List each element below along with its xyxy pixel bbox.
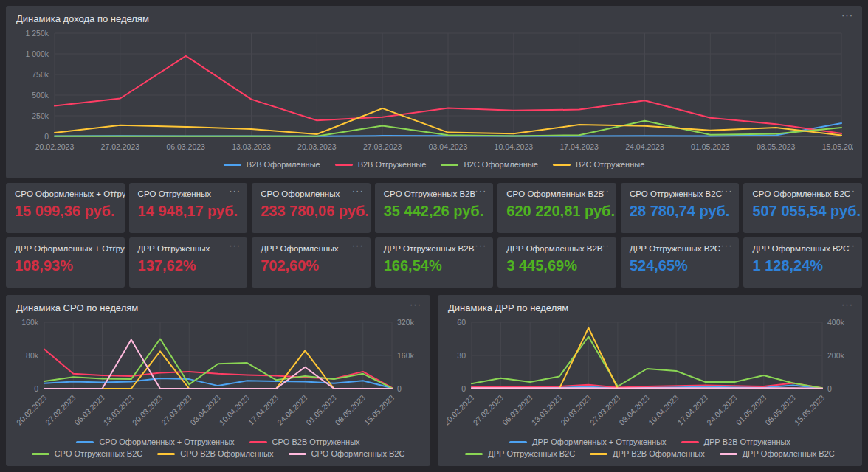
x-axis-tick-label: 20.03.2023 bbox=[297, 142, 337, 151]
y-axis-tick-label: 160k bbox=[21, 318, 39, 327]
legend-label: B2C Оформленные bbox=[464, 160, 538, 169]
y-axis-tick-label: 750k bbox=[32, 70, 49, 79]
kpi-card: CPO Отгруженных B2B···35 442,26 руб. bbox=[375, 183, 494, 233]
more-menu-icon[interactable]: ··· bbox=[841, 12, 853, 19]
legend-swatch-icon bbox=[289, 453, 306, 455]
legend-item[interactable]: CPO B2B Оформленных bbox=[157, 449, 273, 458]
y-axis-tick-label: 1 250k bbox=[25, 29, 49, 38]
revenue-chart-legend: B2B ОформленныеB2B ОтгруженныеB2C Оформл… bbox=[15, 159, 853, 170]
card-value: 28 780,74 руб. bbox=[630, 203, 732, 220]
legend-item[interactable]: ДРР Оформленных + Отгруженных bbox=[509, 437, 666, 446]
legend-item[interactable]: B2C Отгруженные bbox=[553, 160, 644, 169]
more-menu-icon[interactable]: ··· bbox=[844, 187, 855, 195]
card-value: 137,62% bbox=[138, 257, 241, 274]
more-menu-icon[interactable]: ··· bbox=[720, 187, 732, 195]
legend-swatch-icon bbox=[335, 164, 353, 166]
x-axis-tick-label: 03.04.2023 bbox=[617, 393, 651, 427]
cpo-chart-canvas[interactable]: 160k320k80k160k0020.02.202327.02.202306.… bbox=[15, 316, 421, 434]
legend-label: CPO Отгруженных B2C bbox=[55, 449, 143, 458]
x-axis-tick-label: 17.04.2023 bbox=[247, 393, 280, 427]
x-axis-tick-label: 13.03.2023 bbox=[232, 142, 271, 151]
more-menu-icon[interactable]: ··· bbox=[720, 242, 732, 249]
legend-item[interactable]: B2C Оформленные bbox=[441, 160, 538, 169]
legend-label: CPO B2B Оформленных bbox=[180, 449, 273, 458]
x-axis-tick-label: 03.04.2023 bbox=[188, 393, 222, 427]
y-axis-right-tick-label: 160k bbox=[397, 351, 415, 360]
more-menu-icon[interactable]: ··· bbox=[598, 242, 610, 249]
kpi-card: ДРР Отгруженных···137,62% bbox=[129, 237, 248, 288]
card-value: 507 055,54 руб. bbox=[752, 203, 855, 220]
legend-swatch-icon bbox=[590, 453, 607, 455]
card-value: 15 099,36 руб. bbox=[15, 203, 117, 220]
card-title: CPO Отгруженных B2C bbox=[630, 190, 722, 199]
panel-cpo-chart: Динамика CPO по неделям ··· 160k320k80k1… bbox=[6, 295, 430, 466]
drr-chart-legend: ДРР Оформленных + ОтгруженныхДРР B2B Отг… bbox=[447, 436, 853, 459]
x-axis-tick-label: 06.03.2023 bbox=[72, 393, 106, 427]
x-axis-tick-label: 27.03.2023 bbox=[159, 393, 193, 427]
legend-item[interactable]: CPO Оформленных B2C bbox=[289, 449, 405, 458]
more-menu-icon[interactable]: ··· bbox=[475, 242, 486, 249]
legend-item[interactable]: CPO B2B Отгруженных bbox=[249, 437, 360, 446]
card-value: 1 128,24% bbox=[752, 257, 855, 274]
more-menu-icon[interactable]: ··· bbox=[106, 187, 118, 195]
legend-swatch-icon bbox=[509, 441, 527, 443]
y-axis-tick-label: 60 bbox=[457, 318, 466, 327]
legend-swatch-icon bbox=[32, 453, 49, 455]
legend-item[interactable]: CPO Отгруженных B2C bbox=[32, 449, 143, 458]
y-axis-tick-label: 80k bbox=[26, 351, 39, 360]
legend-item[interactable]: CPO Оформленных + Отгруженных bbox=[76, 437, 234, 446]
legend-item[interactable]: B2B Отгруженные bbox=[335, 160, 427, 169]
legend-swatch-icon bbox=[76, 441, 94, 443]
kpi-card: ДРР Оформленных B2C···1 128,24% bbox=[743, 237, 862, 288]
kpi-card: ДРР Отгруженных B2B···166,54% bbox=[375, 237, 494, 288]
kpi-card: CPO Отгруженных···14 948,17 руб. bbox=[129, 183, 248, 233]
legend-label: ДРР Оформленных B2C bbox=[743, 449, 835, 458]
x-axis-tick-label: 03.04.2023 bbox=[429, 142, 468, 151]
more-menu-icon[interactable]: ··· bbox=[598, 187, 610, 195]
legend-item[interactable]: ДРР B2B Оформленных bbox=[590, 449, 705, 458]
revenue-chart-canvas[interactable]: 1 250k1 000k750k500k250k020.02.202327.02… bbox=[15, 27, 853, 157]
x-axis-tick-label: 06.03.2023 bbox=[500, 393, 534, 427]
more-menu-icon[interactable]: ··· bbox=[106, 242, 118, 249]
x-axis-tick-label: 17.04.2023 bbox=[675, 393, 709, 427]
legend-label: B2B Отгруженные bbox=[358, 160, 427, 169]
more-menu-icon[interactable]: ··· bbox=[410, 301, 421, 308]
legend-label: CPO B2B Отгруженных bbox=[272, 437, 360, 446]
x-axis-tick-label: 08.05.2023 bbox=[334, 393, 368, 427]
more-menu-icon[interactable]: ··· bbox=[844, 242, 855, 249]
more-menu-icon[interactable]: ··· bbox=[352, 187, 364, 195]
more-menu-icon[interactable]: ··· bbox=[352, 242, 364, 249]
x-axis-tick-label: 13.03.2023 bbox=[102, 393, 136, 427]
card-value: 233 780,06 руб. bbox=[261, 203, 363, 220]
x-axis-tick-label: 08.05.2023 bbox=[757, 142, 796, 151]
more-menu-icon[interactable]: ··· bbox=[475, 187, 486, 195]
x-axis-tick-label: 01.05.2023 bbox=[691, 142, 730, 151]
legend-item[interactable]: B2B Оформленные bbox=[224, 160, 320, 169]
card-value: 166,54% bbox=[384, 257, 486, 274]
x-axis-tick-label: 20.03.2023 bbox=[559, 393, 593, 427]
y-axis-right-tick-label: 200k bbox=[827, 351, 845, 360]
x-axis-tick-label: 01.05.2023 bbox=[304, 393, 338, 427]
x-axis-tick-label: 13.03.2023 bbox=[530, 393, 564, 427]
more-menu-icon[interactable]: ··· bbox=[841, 301, 853, 308]
legend-item[interactable]: ДРР Отгруженных B2C bbox=[465, 449, 575, 458]
kpi-card: CPO Оформленных B2C···507 055,54 руб. bbox=[743, 183, 862, 233]
y-axis-right-tick-label: 320k bbox=[397, 318, 415, 327]
x-axis-tick-label: 24.04.2023 bbox=[705, 393, 739, 427]
x-axis-tick-label: 10.04.2023 bbox=[495, 142, 534, 151]
legend-item[interactable]: ДРР Оформленных B2C bbox=[720, 449, 835, 458]
legend-item[interactable]: ДРР B2B Отгруженных bbox=[681, 437, 790, 446]
drr-chart-canvas[interactable]: 60400k30200k0020.02.202327.02.202306.03.… bbox=[447, 316, 853, 434]
legend-swatch-icon bbox=[553, 164, 571, 166]
kpi-card: CPO Оформленных + Отгруженных···15 099,3… bbox=[6, 183, 125, 233]
legend-swatch-icon bbox=[441, 164, 458, 166]
legend-swatch-icon bbox=[224, 164, 241, 166]
chart-title: Динамика CPO по неделям bbox=[15, 301, 138, 316]
y-axis-tick-label: 0 bbox=[461, 384, 466, 393]
card-value: 108,93% bbox=[15, 257, 117, 274]
more-menu-icon[interactable]: ··· bbox=[229, 187, 241, 195]
more-menu-icon[interactable]: ··· bbox=[229, 242, 241, 249]
x-axis-tick-label: 20.02.2023 bbox=[35, 142, 75, 151]
chart-title: Динамика ДРР по неделям bbox=[447, 301, 568, 316]
legend-swatch-icon bbox=[157, 453, 175, 455]
